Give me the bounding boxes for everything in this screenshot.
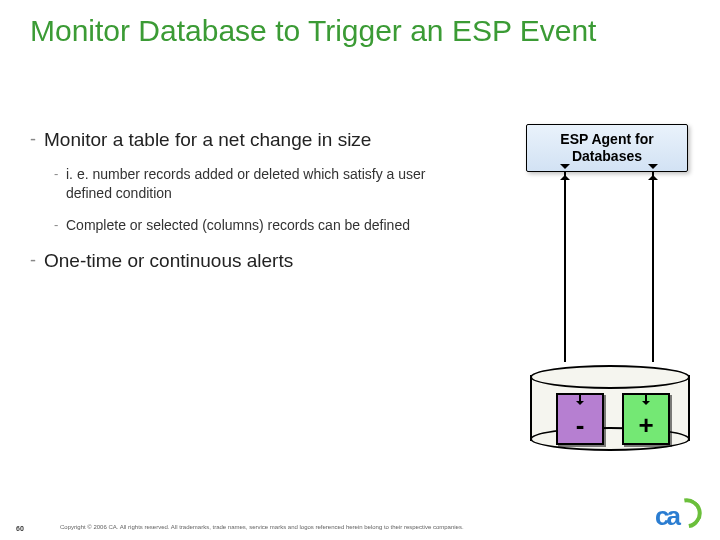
slide-body: - Monitor a table for a net change in si… — [30, 122, 470, 286]
bullet-dash-icon: - — [30, 251, 36, 269]
bullet-text: i. e. number records added or deleted wh… — [66, 166, 426, 201]
bullet-text: Complete or selected (columns) records c… — [66, 217, 410, 233]
arrow-down-icon — [648, 164, 658, 174]
bullet-dash-icon: - — [30, 130, 36, 148]
minus-label: - — [558, 410, 602, 441]
database-cylinder-icon: - + — [530, 365, 690, 451]
copyright-text: Copyright © 2006 CA. All rights reserved… — [60, 524, 464, 530]
bullet-dash-icon: - — [54, 167, 58, 180]
bullet-level2: - i. e. number records added or deleted … — [54, 165, 470, 203]
arrow-down-icon — [642, 401, 650, 409]
page-number: 60 — [16, 525, 24, 532]
ca-logo-icon: ca — [655, 495, 704, 532]
arrow-down-icon — [560, 164, 570, 174]
slide-title: Monitor Database to Trigger an ESP Event — [30, 14, 630, 49]
slide-footer: 60 Copyright © 2006 CA. All rights reser… — [0, 512, 720, 532]
plus-label: + — [624, 410, 668, 441]
bullet-text: One-time or continuous alerts — [44, 250, 293, 271]
db-plus-face: + — [622, 393, 670, 445]
bullet-dash-icon: - — [54, 218, 58, 231]
db-minus-face: - — [556, 393, 604, 445]
bullet-text: Monitor a table for a net change in size — [44, 129, 371, 150]
bullet-level1: - Monitor a table for a net change in si… — [30, 128, 470, 153]
bullet-level2: - Complete or selected (columns) records… — [54, 216, 470, 235]
bullet-level1: - One-time or continuous alerts — [30, 249, 470, 274]
esp-agent-box: ESP Agent for Databases — [526, 124, 688, 172]
arrow-down-icon — [576, 401, 584, 409]
